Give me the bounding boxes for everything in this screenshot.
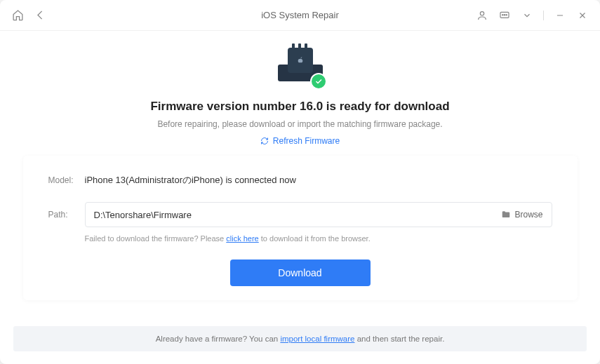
footer-bar: Already have a firmware? You can import … [13, 326, 587, 351]
firmware-chip-icon [272, 45, 328, 90]
browse-label: Browse [514, 210, 542, 220]
path-row: Path: Browse [48, 202, 552, 227]
app-window: iOS System Repair [0, 0, 600, 364]
download-button[interactable]: Download [230, 259, 371, 286]
model-value: iPhone 13(AdministratorのiPhone) is conne… [85, 174, 296, 187]
back-icon[interactable] [34, 9, 46, 22]
path-input-wrap: Browse [85, 202, 552, 227]
refresh-firmware-link[interactable]: Refresh Firmware [260, 136, 340, 146]
import-local-firmware-link[interactable]: import local firmware [280, 335, 354, 343]
folder-icon [501, 210, 511, 220]
svg-point-2 [502, 14, 503, 15]
headline: Firmware version number 16.0 is ready fo… [150, 100, 449, 114]
user-icon[interactable] [476, 9, 488, 22]
close-icon[interactable] [576, 9, 589, 22]
titlebar: iOS System Repair [0, 0, 600, 31]
divider [543, 11, 544, 20]
refresh-label: Refresh Firmware [273, 136, 340, 146]
feedback-icon[interactable] [498, 9, 511, 22]
click-here-link[interactable]: click here [226, 234, 258, 243]
firmware-panel: Model: iPhone 13(AdministratorのiPhone) i… [23, 156, 578, 300]
home-icon[interactable] [11, 9, 24, 22]
path-label: Path: [48, 210, 85, 220]
svg-point-4 [506, 14, 507, 15]
check-badge-icon [310, 73, 327, 90]
hint-text: Failed to download the firmware? Please … [48, 234, 552, 243]
chevron-down-icon[interactable] [521, 9, 533, 22]
subheadline: Before repairing, please download or imp… [157, 119, 442, 129]
browse-button[interactable]: Browse [501, 210, 542, 220]
path-input[interactable] [94, 210, 502, 220]
model-label: Model: [48, 175, 85, 185]
svg-point-3 [504, 14, 505, 15]
content-area: Firmware version number 16.0 is ready fo… [0, 31, 600, 364]
model-row: Model: iPhone 13(AdministratorのiPhone) i… [48, 174, 552, 187]
minimize-icon[interactable] [554, 9, 566, 22]
svg-point-0 [480, 11, 484, 15]
refresh-icon [260, 137, 269, 145]
